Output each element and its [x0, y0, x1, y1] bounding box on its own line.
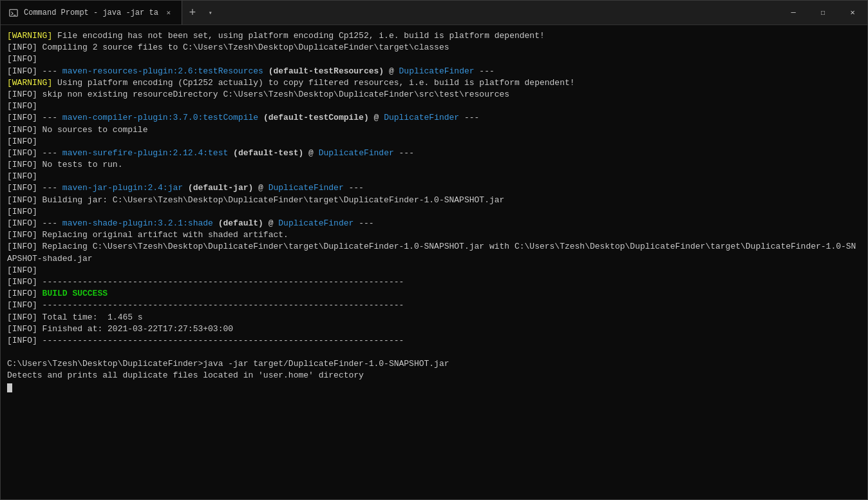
terminal-line: [INFO]	[7, 171, 861, 182]
terminal-line: Detects and prints all duplicate files l…	[7, 370, 861, 381]
tab-dropdown-button[interactable]: ▾	[203, 1, 218, 25]
terminal-line: [INFO] --- maven-shade-plugin:3.2.1:shad…	[7, 218, 861, 229]
tab-close-button[interactable]: ✕	[164, 8, 174, 18]
terminal-line: [INFO] Compiling 2 source files to C:\Us…	[7, 42, 861, 53]
terminal-line: [INFO]	[7, 101, 861, 112]
terminal-line: [INFO] skip non existing resourceDirecto…	[7, 89, 861, 101]
terminal-line: [INFO]	[7, 136, 861, 148]
title-bar: Command Prompt - java -jar ta ✕ + ▾ ─ ☐ …	[1, 1, 867, 25]
terminal-output[interactable]: [WARNING] File encoding has not been set…	[1, 25, 867, 499]
close-button[interactable]: ✕	[838, 1, 867, 25]
terminal-line: [INFO] Replacing original artifact with …	[7, 229, 861, 241]
minimize-button[interactable]: ─	[778, 1, 808, 25]
terminal-line: [INFO] No sources to compile	[7, 124, 861, 136]
terminal-line	[7, 347, 861, 358]
terminal-line: [WARNING] File encoding has not been set…	[7, 30, 861, 42]
terminal-line: [INFO]	[7, 53, 861, 65]
terminal-icon	[8, 8, 19, 18]
terminal-line: [INFO] --- maven-surefire-plugin:2.12.4:…	[7, 148, 861, 159]
terminal-line: [INFO] BUILD SUCCESS	[7, 288, 861, 300]
terminal-line: [INFO] Total time: 1.465 s	[7, 312, 861, 323]
active-tab[interactable]: Command Prompt - java -jar ta ✕	[1, 1, 182, 24]
terminal-line: [INFO] ---------------------------------…	[7, 300, 861, 311]
terminal-line: [INFO] Finished at: 2021-03-22T17:27:53+…	[7, 323, 861, 335]
terminal-line: [WARNING] Using platform encoding (Cp125…	[7, 77, 861, 89]
terminal-line: [INFO] --- maven-compiler-plugin:3.7.0:t…	[7, 112, 861, 124]
terminal-line: [INFO] Replacing C:\Users\Tzesh\Desktop\…	[7, 241, 861, 264]
terminal-line: [INFO]	[7, 206, 861, 218]
tab-area: Command Prompt - java -jar ta ✕ + ▾	[1, 1, 778, 24]
terminal-line: [INFO] ---------------------------------…	[7, 276, 861, 288]
window-controls: ─ ☐ ✕	[778, 1, 867, 24]
terminal-line: [INFO] No tests to run.	[7, 159, 861, 171]
terminal-window: Command Prompt - java -jar ta ✕ + ▾ ─ ☐ …	[0, 0, 868, 500]
terminal-line: [INFO] --- maven-jar-plugin:2.4:jar (def…	[7, 182, 861, 194]
maximize-button[interactable]: ☐	[808, 1, 838, 25]
terminal-line: [INFO]	[7, 265, 861, 276]
terminal-line: [INFO] ---------------------------------…	[7, 335, 861, 347]
new-tab-button[interactable]: +	[182, 1, 203, 25]
tab-label: Command Prompt - java -jar ta	[24, 8, 158, 17]
cursor	[7, 383, 12, 392]
terminal-line	[7, 382, 861, 394]
terminal-line: [INFO] Building jar: C:\Users\Tzesh\Desk…	[7, 195, 861, 206]
terminal-line: C:\Users\Tzesh\Desktop\DuplicateFinder>j…	[7, 358, 861, 370]
terminal-line: [INFO] --- maven-resources-plugin:2.6:te…	[7, 66, 861, 77]
